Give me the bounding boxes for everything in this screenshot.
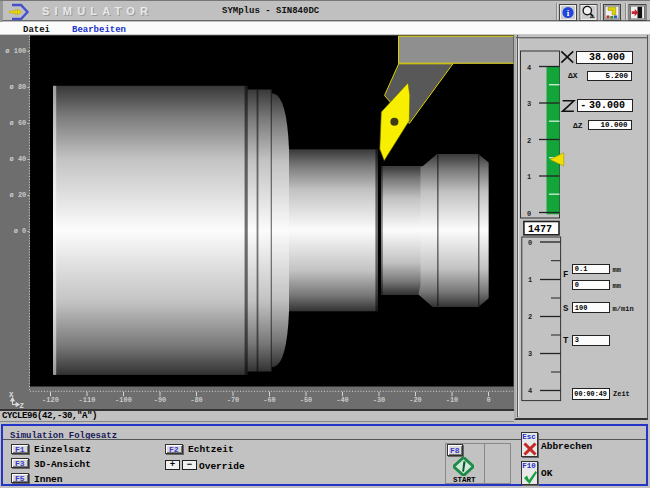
svg-text:1: 1 — [528, 276, 532, 284]
svg-text:3: 3 — [527, 100, 531, 108]
svg-text:-120: -120 — [42, 396, 59, 404]
svg-text:ø 0-: ø 0- — [14, 227, 31, 235]
svg-text:-60: -60 — [263, 396, 276, 404]
svg-text:-100: -100 — [115, 396, 132, 404]
svg-text:2: 2 — [528, 313, 532, 321]
svg-text:4: 4 — [527, 64, 531, 72]
svg-text:ø 100-: ø 100- — [5, 47, 30, 55]
svg-text:-30: -30 — [373, 396, 386, 404]
svg-text:0: 0 — [486, 396, 490, 404]
svg-text:-40: -40 — [336, 396, 349, 404]
svg-text:-10: -10 — [446, 396, 459, 404]
svg-text:-70: -70 — [227, 396, 240, 404]
svg-text:ø 40-: ø 40- — [9, 155, 30, 163]
svg-text:-110: -110 — [79, 396, 96, 404]
svg-text:-20: -20 — [409, 396, 422, 404]
svg-text:ø 80-: ø 80- — [9, 83, 30, 91]
svg-text:3: 3 — [528, 350, 532, 358]
svg-text:-50: -50 — [300, 396, 313, 404]
svg-text:-90: -90 — [154, 396, 167, 404]
svg-text:2: 2 — [527, 137, 531, 145]
svg-text:ø 20-: ø 20- — [9, 191, 30, 199]
svg-text:ø 60-: ø 60- — [9, 119, 30, 127]
svg-text:0: 0 — [528, 239, 532, 247]
svg-text:1: 1 — [527, 173, 531, 181]
svg-text:1477: 1477 — [528, 224, 552, 235]
svg-text:Z: Z — [20, 402, 25, 410]
svg-text:-80: -80 — [190, 396, 203, 404]
svg-text:4: 4 — [528, 387, 532, 395]
svg-text:0: 0 — [527, 210, 531, 218]
svg-text:X: X — [9, 391, 14, 399]
